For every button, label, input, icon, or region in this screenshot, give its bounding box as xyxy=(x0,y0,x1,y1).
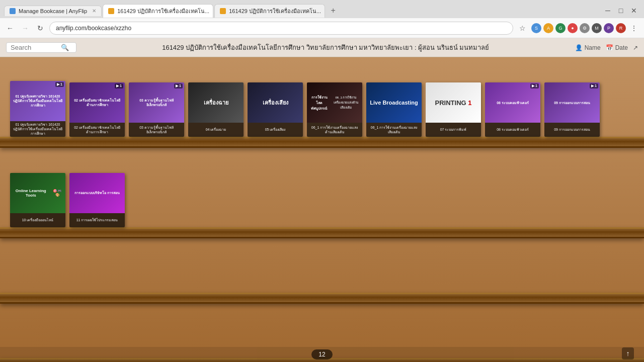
star-icon[interactable]: ☆ xyxy=(516,22,528,34)
tab-close-1[interactable]: ✕ xyxy=(92,8,96,14)
menu-button[interactable]: ⋮ xyxy=(628,22,640,34)
shelf-2-books: Online Learning Tools 🎯🎮🎨 10 เครื่องมืออ… xyxy=(0,152,644,227)
date-sort-button[interactable]: 📅 Date xyxy=(606,44,628,51)
book-3-label: 03 ความรู้พื้นฐานไฟส์อิเล็กทรอนิกส์ xyxy=(129,123,184,137)
share-button[interactable]: ↗ xyxy=(633,44,638,51)
tab-manage-bookcase[interactable]: Manage Bookcase | AnyFlip ✕ xyxy=(4,6,102,16)
tab-label-3: 161429 ปฏิบัติการใช้เครื่องมือเทคโน... xyxy=(229,7,321,16)
name-label: Name xyxy=(585,44,601,51)
tab-favicon-2 xyxy=(108,8,114,14)
search-wrapper: 🔍 xyxy=(6,42,76,53)
book-4[interactable]: เครื่องฉาย 04 เครื่องฉาย xyxy=(188,82,244,137)
ext-icon-8[interactable]: R xyxy=(616,23,626,33)
name-sort-button[interactable]: 👤 Name xyxy=(575,44,601,51)
book-2[interactable]: ▶ 1 02 เครื่องมือสมาชิกเทคโนโลยีด้านการศ… xyxy=(69,82,125,137)
bottom-bar: 12 xyxy=(0,347,644,362)
ext-icon-2[interactable]: A xyxy=(543,23,553,33)
shelf-3-plank xyxy=(0,293,644,304)
shelf-2: Online Learning Tools 🎯🎮🎨 10 เครื่องมืออ… xyxy=(0,148,644,238)
tab-bar: Manage Bookcase | AnyFlip ✕ 161429 ปฏิบั… xyxy=(0,0,644,18)
minimize-button[interactable]: ─ xyxy=(602,5,614,17)
book-1[interactable]: ▶ 1 01 ปฐมนิเทศรายวิชา 161420 ปฏิบัติการ… xyxy=(10,81,65,137)
scroll-top-button[interactable]: ↑ xyxy=(622,347,634,359)
tab-161429-1[interactable]: 161429 ปฏิบัติการใช้เครื่องมือเทคโน... ✕ xyxy=(103,4,213,18)
tab-161429-2[interactable]: 161429 ปฏิบัติการใช้เครื่องมือเทคโน... ✕ xyxy=(214,4,325,18)
ext-icon-6[interactable]: M xyxy=(592,23,602,33)
book-6[interactable]: การใช้งานโสตทัศนูปกรณ์ 06_1 การใช้งานเคร… xyxy=(307,82,362,137)
book-8[interactable]: PRINTING 1 07 ระบบการพิมพ์ xyxy=(426,82,481,137)
book-5[interactable]: เครื่องเสียง 05 เครื่องเสียง xyxy=(248,82,303,137)
maximize-button[interactable]: □ xyxy=(615,5,627,17)
shelf-1: ▶ 1 01 ปฐมนิเทศรายวิชา 161420 ปฏิบัติการ… xyxy=(0,57,644,148)
book-9-label: 08 ระบบคอมพิวเตอร์ xyxy=(485,123,540,137)
shelf-3 xyxy=(0,238,644,304)
book-1-label: 01 ปฐมนิเทศรายวิชา 161420 ปฏิบัติการใช้เ… xyxy=(10,121,65,137)
book-12-label: 11 การเผยใช้โปรแกรมสอน xyxy=(69,213,125,227)
header-actions: 👤 Name 📅 Date ↗ xyxy=(575,44,638,51)
book-11[interactable]: Online Learning Tools 🎯🎮🎨 10 เครื่องมืออ… xyxy=(10,173,65,227)
date-icon: 📅 xyxy=(606,44,613,51)
book-8-label: 07 ระบบการพิมพ์ xyxy=(426,123,481,137)
tab-label-1: Manage Bookcase | AnyFlip xyxy=(19,8,87,14)
shelf-1-books: ▶ 1 01 ปฐมนิเทศรายวิชา 161420 ปฏิบัติการ… xyxy=(0,61,644,137)
back-button[interactable]: ← xyxy=(4,22,16,34)
book-11-label: 10 เครื่องมือออนไลน์ xyxy=(10,213,65,227)
ext-icon-4[interactable]: ● xyxy=(568,23,578,33)
tab-favicon-1 xyxy=(10,8,16,14)
book-10-label: 09 การออกแบบการสอน xyxy=(544,123,600,137)
book-9[interactable]: ▶ 1 08 ระบบคอมพิวเตอร์ 08 ระบบคอมพิวเตอร… xyxy=(485,82,540,137)
close-button[interactable]: ✕ xyxy=(628,5,640,17)
share-icon: ↗ xyxy=(633,44,638,51)
book-7[interactable]: Live Broadcasting 06_1 การใช้งานเครื่องฉ… xyxy=(366,82,422,137)
new-tab-button[interactable]: + xyxy=(326,5,340,17)
browser-chrome: Manage Bookcase | AnyFlip ✕ 161429 ปฏิบั… xyxy=(0,0,644,38)
book-10[interactable]: ▶ 1 09 การออกแบบการสอน 09 การออกแบบการสอ… xyxy=(544,82,600,137)
book-2-label: 02 เครื่องมือสมาชิกเทคโนโลยีด้านการ ศึกษ… xyxy=(69,123,125,137)
browser-controls: ← → ↻ anyflip.com/bookcase/xzzho ☆ S A G… xyxy=(0,18,644,38)
book-7-label: 06_1 การใช้งานเครื่องฉายแสงเสียงเดิม xyxy=(366,123,422,137)
ext-icon-1[interactable]: S xyxy=(531,23,541,33)
search-title-bar: 🔍 161429 ปฏิบัติการใช้เครื่องมือเทคโนโลย… xyxy=(0,38,644,57)
book-3[interactable]: ▶ 1 03 ความรู้พื้นฐานไฟส์อิเล็กทรอนิกส์ … xyxy=(129,82,184,137)
shelf-2-plank xyxy=(0,227,644,238)
book-12[interactable]: การออกแบบบริษัทโอ การสอน 11 การเผยใช้โปร… xyxy=(69,173,125,227)
search-icon: 🔍 xyxy=(61,44,69,51)
book-5-label: 05 เครื่องเสียง xyxy=(248,123,303,137)
tab-label-2: 161429 ปฏิบัติการใช้เครื่องมือเทคโน... xyxy=(117,7,209,16)
extension-icons: S A G ● ⚙ M P R ⋮ xyxy=(531,22,640,34)
ext-icon-7[interactable]: P xyxy=(604,23,614,33)
date-label: Date xyxy=(615,44,628,51)
ext-icon-3[interactable]: G xyxy=(555,23,566,33)
search-input[interactable] xyxy=(11,44,61,51)
shelf-1-plank xyxy=(0,137,644,148)
ext-icon-5[interactable]: ⚙ xyxy=(580,23,590,33)
shelf-3-books xyxy=(0,242,644,293)
book-6-label: 06_1 การใช้งานเครื่องฉายแสงด้านเสียงเดิม xyxy=(307,123,362,137)
bookcase: ▶ 1 01 ปฐมนิเทศรายวิชา 161420 ปฏิบัติการ… xyxy=(0,57,644,362)
name-icon: 👤 xyxy=(575,44,583,51)
page-badge: 12 xyxy=(311,349,332,359)
address-text: anyflip.com/bookcase/xzzho xyxy=(56,25,131,32)
page-title: 161429 ปฏิบัติการใช้เครื่องมือเทคโนโลยีก… xyxy=(76,42,575,53)
book-4-label: 04 เครื่องฉาย xyxy=(188,123,244,137)
refresh-button[interactable]: ↻ xyxy=(34,22,46,34)
forward-button[interactable]: → xyxy=(19,22,31,34)
address-bar[interactable]: anyflip.com/bookcase/xzzho xyxy=(49,22,513,35)
tab-favicon-3 xyxy=(220,8,226,14)
